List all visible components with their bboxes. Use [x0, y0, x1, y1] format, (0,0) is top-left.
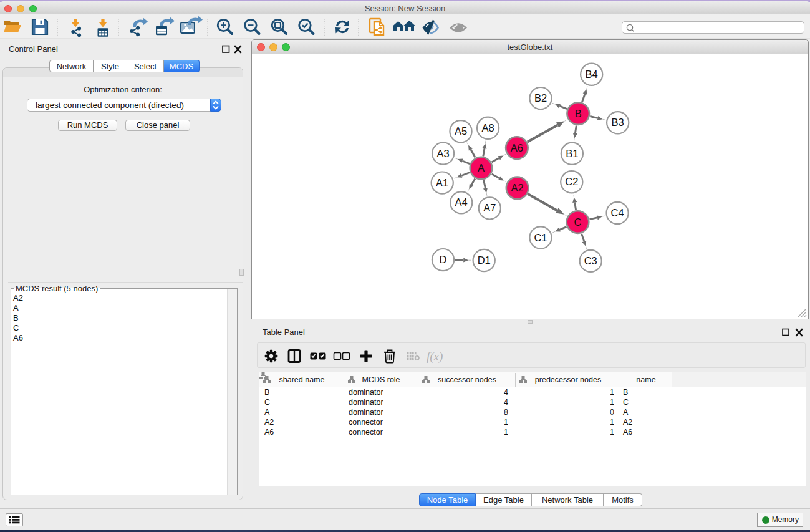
svg-text:B: B — [623, 388, 628, 397]
svg-text:dominator: dominator — [349, 388, 383, 397]
svg-text:successor nodes: successor nodes — [438, 375, 496, 384]
svg-text:1: 1 — [610, 398, 614, 407]
svg-text:A2: A2 — [623, 418, 632, 427]
svg-text:0: 0 — [610, 408, 614, 417]
svg-text:A: A — [478, 162, 485, 173]
svg-text:A6: A6 — [623, 428, 632, 437]
svg-text:C: C — [264, 398, 270, 407]
svg-text:1: 1 — [504, 428, 508, 437]
svg-text:C2: C2 — [565, 176, 578, 187]
svg-text:name: name — [636, 375, 655, 384]
svg-text:B3: B3 — [612, 117, 624, 128]
svg-text:A: A — [623, 408, 629, 417]
svg-text:4: 4 — [504, 388, 508, 397]
svg-text:f(x): f(x) — [427, 350, 443, 364]
svg-text:C: C — [574, 216, 582, 228]
svg-text:C: C — [623, 398, 629, 407]
svg-text:A3: A3 — [437, 148, 450, 159]
svg-text:1: 1 — [610, 428, 614, 437]
svg-text:B1: B1 — [566, 148, 578, 159]
svg-text:connector: connector — [349, 418, 383, 427]
svg-text:B: B — [575, 108, 582, 119]
svg-text:D1: D1 — [478, 254, 491, 266]
svg-text:A2: A2 — [511, 182, 524, 193]
svg-text:1: 1 — [610, 418, 614, 427]
svg-text:B2: B2 — [534, 92, 547, 104]
svg-text:dominator: dominator — [349, 398, 383, 407]
svg-text:C4: C4 — [611, 207, 624, 218]
svg-text:D: D — [440, 254, 447, 265]
svg-text:A6: A6 — [511, 142, 523, 153]
svg-text:A8: A8 — [482, 122, 494, 133]
svg-text:4: 4 — [504, 398, 508, 407]
svg-text:B4: B4 — [586, 69, 598, 80]
svg-text:B: B — [264, 388, 269, 397]
svg-text:C1: C1 — [534, 232, 547, 243]
svg-text:A1: A1 — [436, 177, 448, 188]
svg-text:connector: connector — [349, 428, 383, 437]
svg-text:1: 1 — [610, 388, 614, 397]
svg-text:A4: A4 — [455, 196, 468, 208]
svg-text:A2: A2 — [264, 418, 274, 427]
svg-text:C3: C3 — [584, 255, 597, 266]
svg-text:A5: A5 — [455, 125, 467, 137]
svg-text:shared name: shared name — [279, 375, 325, 384]
svg-text:predecessor nodes: predecessor nodes — [535, 375, 601, 384]
svg-text:A7: A7 — [483, 202, 496, 213]
svg-text:A: A — [264, 408, 270, 417]
svg-text:MCDS role: MCDS role — [362, 375, 400, 384]
svg-text:dominator: dominator — [349, 408, 383, 417]
svg-text:8: 8 — [504, 408, 508, 417]
svg-text:1: 1 — [504, 418, 508, 427]
svg-text:A6: A6 — [264, 428, 274, 437]
